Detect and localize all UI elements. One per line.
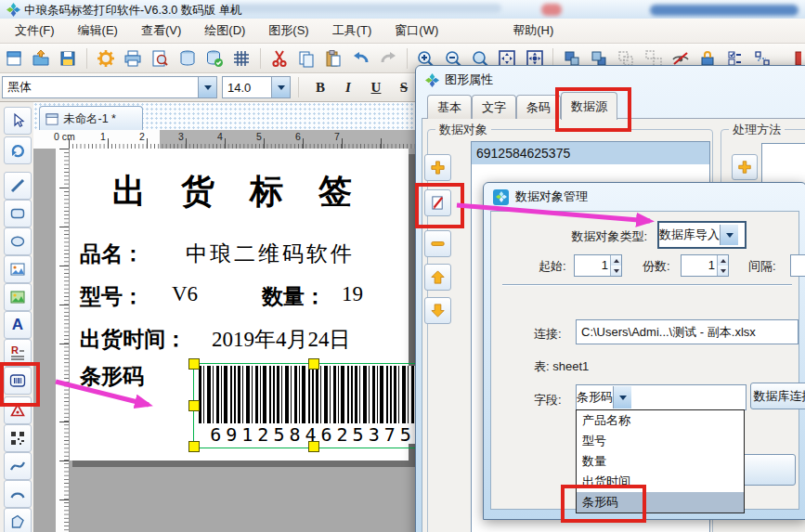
underline-button[interactable]: U — [365, 76, 387, 98]
color-image-tool-icon[interactable] — [4, 283, 32, 311]
label-field-key[interactable]: 品名： — [80, 240, 144, 268]
document-tab[interactable]: 未命名-1 * — [39, 106, 143, 131]
ruler-mark: 5 — [256, 131, 262, 142]
data-object-list-item[interactable]: 6912584625375 — [472, 142, 709, 164]
label-field-value[interactable]: 中琅二维码软件 — [186, 240, 355, 268]
dialog-title: 图形属性 — [445, 71, 493, 88]
graphic-properties-titlebar[interactable]: 图形属性 — [425, 71, 493, 88]
copies-value: 1 — [682, 255, 717, 276]
label-page[interactable]: 出 货 标 签 品名： 中琅二维码软件 型号： V6 数量： 19 出货时间： … — [69, 149, 409, 461]
copies-spinner[interactable]: 1 — [681, 254, 729, 277]
data-object-type-combobox[interactable]: 数据库导入 — [657, 221, 747, 249]
add-process-button[interactable] — [732, 154, 758, 180]
tab-barcode[interactable]: 条码 — [516, 95, 561, 119]
move-down-button[interactable] — [424, 297, 451, 324]
bold-button[interactable]: B — [309, 76, 331, 98]
field-combobox[interactable]: 条形码 — [576, 384, 747, 410]
curve-tool-icon[interactable] — [4, 452, 32, 480]
qrcode-tool-icon[interactable] — [4, 424, 32, 452]
paste-icon[interactable] — [324, 47, 344, 70]
label-field-key[interactable]: 型号： — [80, 282, 144, 311]
line-tool-icon[interactable] — [4, 172, 32, 200]
manager-dialog-titlebar[interactable]: 数据对象管理 — [493, 188, 588, 205]
design-canvas[interactable]: 出 货 标 签 品名： 中琅二维码软件 型号： V6 数量： 19 出货时间： … — [33, 149, 415, 532]
menu-item-tools[interactable]: 工具(T) — [324, 19, 381, 42]
menu-item-file[interactable]: 文件(F) — [6, 19, 63, 42]
remove-data-object-button[interactable] — [424, 230, 451, 257]
menu-item-window[interactable]: 窗口(W) — [386, 19, 447, 42]
rounded-rect-tool-icon[interactable] — [4, 200, 32, 227]
menu-item-edit[interactable]: 编辑(E) — [70, 19, 126, 42]
barcode-caption[interactable]: 条形码 — [80, 362, 144, 391]
print-preview-icon[interactable] — [150, 47, 170, 70]
font-family-combobox[interactable]: 黑体 — [2, 76, 217, 98]
menu-item-view[interactable]: 查看(V) — [133, 19, 189, 42]
label-title-text[interactable]: 出 货 标 签 — [69, 169, 409, 214]
polygon-tool-icon[interactable] — [4, 508, 32, 532]
field-option[interactable]: 产品名称 — [577, 410, 744, 431]
tab-basic[interactable]: 基本 — [427, 95, 472, 119]
save-icon[interactable] — [58, 47, 78, 70]
field-option[interactable]: 型号 — [577, 431, 744, 451]
connect-path-field[interactable]: C:\Users\Admi...\测试 - 副本.xlsx — [576, 319, 799, 344]
data-object-group-label: 数据对象 — [435, 122, 491, 138]
svg-text:R: R — [11, 344, 19, 356]
separator-line — [502, 284, 792, 286]
field-label: 字段: — [534, 392, 562, 409]
chevron-down-icon[interactable] — [198, 77, 216, 97]
menu-item-shape[interactable]: 图形(S) — [260, 19, 317, 42]
chevron-down-icon[interactable] — [613, 386, 631, 409]
open-file-icon[interactable] — [31, 47, 50, 70]
label-field-value[interactable]: 19 — [342, 282, 363, 306]
selection-handle[interactable] — [188, 358, 200, 370]
label-field-key[interactable]: 数量： — [262, 282, 326, 311]
ruler-origin-label: 0 cm — [54, 131, 75, 142]
undo-icon[interactable] — [351, 47, 370, 70]
database-connect-button[interactable]: 数据库连接 — [750, 383, 805, 409]
database-icon[interactable] — [177, 47, 197, 70]
label-field-value[interactable]: 2019年4月24日 — [212, 325, 351, 354]
arc-tool-icon[interactable] — [4, 480, 32, 508]
database-check-icon[interactable] — [204, 47, 224, 70]
move-up-button[interactable] — [424, 264, 451, 291]
ruler-ticks — [59, 149, 69, 532]
selection-handle[interactable] — [308, 358, 319, 370]
menu-item-draw[interactable]: 绘图(D) — [196, 19, 253, 42]
chevron-down-icon[interactable] — [271, 77, 290, 97]
interval-spinner[interactable] — [790, 254, 805, 277]
label-field-key[interactable]: 出货时间： — [80, 325, 187, 354]
new-document-icon[interactable] — [4, 47, 23, 70]
tab-text[interactable]: 文字 — [472, 95, 516, 119]
strikethrough-button[interactable]: S — [393, 76, 415, 98]
selection-handle[interactable] — [188, 441, 200, 452]
selection-handle[interactable] — [308, 441, 319, 452]
vertical-ruler[interactable] — [56, 149, 70, 532]
ellipse-tool-icon[interactable] — [4, 227, 32, 255]
spinner-arrows[interactable] — [610, 255, 621, 276]
copy-icon[interactable] — [296, 47, 316, 70]
menu-item-help[interactable]: 帮助(H) — [504, 19, 562, 42]
print-icon[interactable] — [123, 47, 142, 70]
redo-icon[interactable] — [378, 47, 397, 70]
grid-icon[interactable] — [232, 47, 252, 70]
annotation-box-edit-button — [415, 183, 464, 228]
spinner-arrows[interactable] — [717, 255, 728, 276]
cut-icon[interactable] — [269, 47, 289, 70]
rotate-tool-icon[interactable] — [4, 136, 32, 164]
font-size-combobox[interactable]: 14.0 — [222, 76, 291, 98]
text-tool-icon[interactable]: A — [4, 311, 32, 339]
field-option[interactable]: 数量 — [577, 451, 744, 472]
label-field-value[interactable]: V6 — [172, 282, 198, 306]
start-spinner[interactable]: 1 — [574, 254, 622, 277]
settings-gear-icon[interactable] — [96, 47, 115, 70]
partially-hidden-button[interactable] — [740, 454, 796, 486]
italic-button[interactable]: I — [337, 76, 359, 98]
add-data-object-button[interactable] — [424, 154, 451, 181]
select-tool-icon[interactable] — [4, 107, 32, 135]
horizontal-ruler[interactable]: 0 cm 1 2 3 4 5 6 7 — [33, 130, 415, 149]
image-tool-icon[interactable] — [4, 255, 32, 283]
chevron-down-icon[interactable] — [720, 225, 738, 245]
table-label: 表: sheet1 — [534, 358, 589, 375]
ruler-mark: 6 — [295, 131, 301, 142]
selection-handle[interactable] — [188, 400, 200, 411]
